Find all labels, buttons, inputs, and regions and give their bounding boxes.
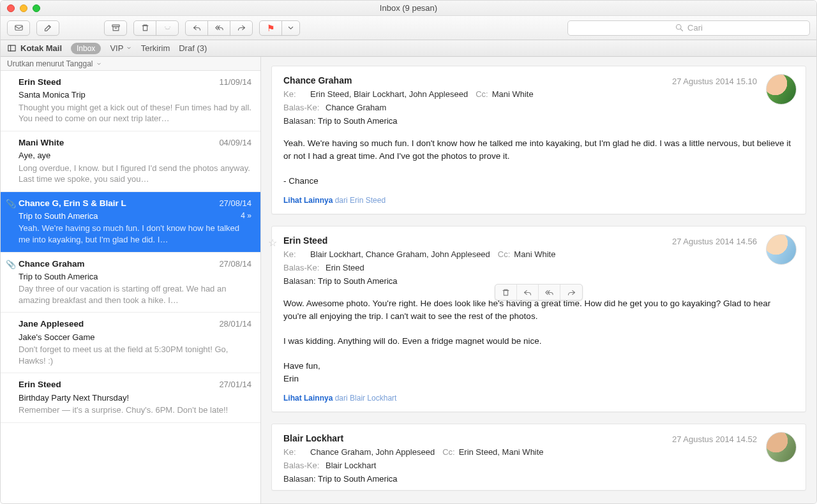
subject-value: Trip to South America	[318, 474, 398, 484]
message-subject: Birthday Party Next Thursday!	[19, 392, 251, 404]
message-row[interactable]: 📎Chance G, Erin S & Blair L27/08/14Trip …	[1, 192, 260, 253]
junk-button[interactable]	[156, 20, 179, 36]
message-row[interactable]: 📎Chance Graham27/08/14Trip to South Amer…	[1, 253, 260, 313]
timestamp: 27 Agustus 2014 14.56	[672, 237, 757, 246]
message-sender: Mani White	[19, 137, 251, 149]
get-mail-button[interactable]	[7, 20, 30, 36]
mail-window: Inbox (9 pesan) ⚑ Cari Kotak Mail	[0, 0, 817, 504]
tab-sent[interactable]: Terkirim	[141, 43, 170, 53]
attachment-icon: 📎	[6, 198, 16, 210]
message-preview: Thought you might get a kick out of thes…	[19, 102, 251, 124]
cc-label: Cc:	[476, 89, 488, 99]
sort-bar[interactable]: Urutkan menurut Tanggal	[1, 57, 260, 71]
to-value: Erin Steed, Blair Lockhart, John Applese…	[310, 89, 468, 99]
message-row[interactable]: Mani White04/09/14Aye, ayeLong overdue, …	[1, 131, 260, 192]
avatar	[766, 432, 797, 463]
cc-label: Cc:	[442, 447, 455, 457]
timestamp: 27 Agustus 2014 15.10	[672, 77, 757, 86]
subject-label: Balasan:	[283, 474, 316, 484]
svg-rect-3	[143, 26, 147, 31]
hover-reply-button[interactable]	[517, 285, 539, 300]
tab-drafts[interactable]: Draf (3)	[179, 43, 207, 53]
message-header: ☆Erin Steed27 Agustus 2014 14.56Ke:Blair…	[272, 226, 806, 292]
subject-label: Balasan:	[283, 116, 316, 126]
message-body: Wow. Awesome photo. You're right. He doe…	[272, 292, 806, 394]
message-date: 27/01/14	[219, 379, 251, 390]
replyto-value: Erin Steed	[326, 263, 364, 272]
to-label: Ke:	[283, 447, 306, 457]
search-field[interactable]: Cari	[567, 20, 810, 36]
flag-group: ⚑	[259, 20, 300, 36]
kotak-mail-label: Kotak Mail	[20, 43, 62, 53]
message-row[interactable]: Erin Steed27/01/14Birthday Party Next Th…	[1, 373, 260, 422]
message-hover-actions	[495, 284, 583, 300]
message-row[interactable]: Erin Steed11/09/14Santa Monica TripThoug…	[1, 71, 260, 131]
tab-vip[interactable]: VIP	[110, 43, 131, 53]
to-label: Ke:	[283, 89, 306, 99]
attachment-icon: 📎	[6, 259, 16, 271]
message-header: Chance Graham27 Agustus 2014 15.10Ke:Eri…	[272, 66, 806, 132]
message-preview: Yeah. We're having so much fun. I don't …	[19, 223, 251, 245]
delete-button[interactable]	[133, 20, 156, 36]
cc-value: Erin Steed, Mani White	[459, 447, 544, 457]
message-subject: Santa Monica Trip	[19, 89, 251, 101]
compose-button[interactable]	[36, 20, 59, 36]
sidebar-toggle[interactable]: Kotak Mail	[7, 43, 62, 53]
archive-button[interactable]	[104, 20, 127, 36]
flag-menu-button[interactable]	[281, 20, 300, 36]
sort-label: Urutkan menurut Tanggal	[7, 59, 93, 68]
message-preview: Long overdue, I know. but I figured I'd …	[19, 163, 251, 185]
message-sender: Chance G, Erin S & Blair L	[19, 198, 251, 209]
message-date: 27/08/14	[219, 258, 251, 270]
replyto-value: Blair Lockhart	[326, 461, 376, 470]
hover-delete-button[interactable]	[495, 285, 517, 300]
replyto-label: Balas-Ke:	[283, 103, 319, 112]
sidebar-icon	[7, 43, 17, 53]
svg-rect-5	[8, 45, 15, 51]
hover-reply-all-button[interactable]	[539, 285, 560, 300]
window-title: Inbox (9 pesan)	[1, 3, 816, 13]
favorites-bar: Kotak Mail Inbox VIP Terkirim Draf (3)	[1, 40, 816, 57]
message-subject: Trip to South America	[19, 271, 251, 283]
search-placeholder: Cari	[687, 23, 703, 33]
cc-value: Mani White	[492, 89, 534, 99]
message-row[interactable]: Jane Appleseed28/01/14Jake's Soccer Game…	[1, 313, 260, 373]
svg-rect-2	[113, 27, 119, 31]
message-list: Urutkan menurut Tanggal Erin Steed11/09/…	[1, 57, 261, 503]
message-sender: Chance Graham	[19, 258, 251, 270]
tab-inbox[interactable]: Inbox	[71, 43, 101, 54]
forward-button[interactable]	[230, 20, 253, 36]
message-date: 11/09/14	[219, 77, 251, 88]
thread-message: ☆Erin Steed27 Agustus 2014 14.56Ke:Blair…	[271, 226, 806, 412]
avatar	[766, 234, 797, 265]
reply-all-button[interactable]	[207, 20, 230, 36]
to-value: Blair Lockhart, Chance Graham, John Appl…	[310, 249, 490, 259]
message-header: Blair Lockhart27 Agustus 2014 14.52Ke:Ch…	[272, 424, 806, 490]
subject-label: Balasan:	[283, 276, 316, 286]
avatar	[766, 74, 797, 105]
search-icon	[675, 23, 684, 33]
message-subject: Jake's Soccer Game	[19, 332, 251, 343]
message-date: 28/01/14	[219, 318, 251, 330]
timestamp: 27 Agustus 2014 14.52	[672, 434, 757, 444]
to-value: Chance Graham, John Appleseed	[310, 447, 435, 457]
message-preview: Remember — it's a surprise. Chuy's. 6PM.…	[19, 404, 251, 416]
message-date: 27/08/14	[219, 198, 251, 209]
chevron-down-icon	[126, 45, 132, 51]
reply-button[interactable]	[185, 20, 208, 36]
cc-label: Cc:	[498, 249, 511, 259]
reading-pane[interactable]: Chance Graham27 Agustus 2014 15.10Ke:Eri…	[261, 57, 816, 503]
to-label: Ke:	[283, 249, 306, 259]
message-preview: Don't forget to meet us at the field at …	[19, 344, 251, 366]
see-more[interactable]: Lihat Lainnya dari Blair Lockhart	[272, 394, 806, 411]
thread-message: Chance Graham27 Agustus 2014 15.10Ke:Eri…	[271, 66, 806, 214]
star-icon[interactable]: ☆	[268, 237, 277, 249]
see-more[interactable]: Lihat Lainnya dari Erin Steed	[272, 196, 806, 214]
svg-rect-6	[504, 290, 507, 295]
delete-junk-group	[133, 20, 179, 36]
svg-point-4	[677, 25, 682, 30]
subject-value: Trip to South America	[318, 276, 398, 286]
subject-value: Trip to South America	[318, 116, 398, 126]
flag-button[interactable]: ⚑	[259, 20, 282, 36]
hover-forward-button[interactable]	[560, 285, 582, 300]
